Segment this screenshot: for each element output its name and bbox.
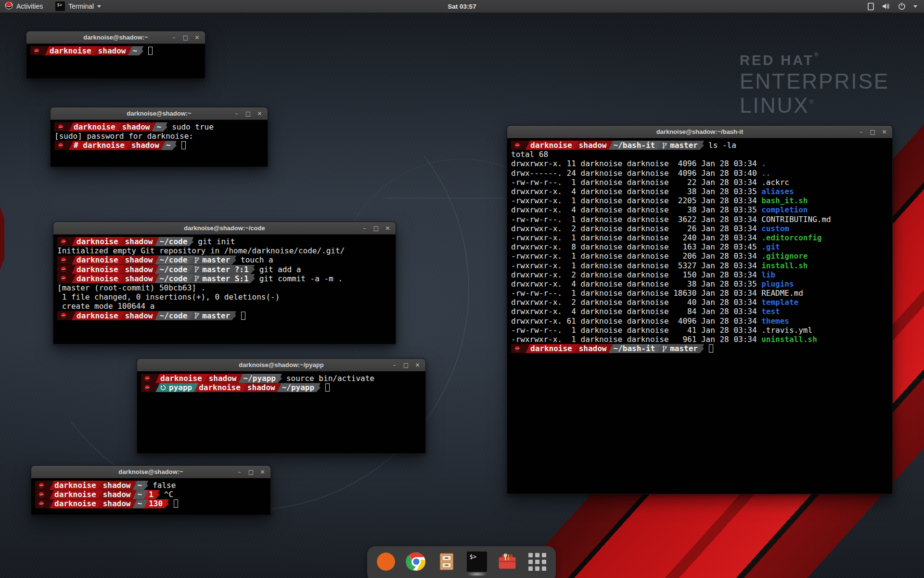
dock-item-toolbox[interactable]	[496, 551, 518, 573]
minimize-button[interactable]: –	[236, 466, 243, 478]
command-text: sudo true	[172, 122, 214, 131]
close-button[interactable]: ✕	[193, 31, 201, 44]
maximize-button[interactable]: □	[247, 466, 255, 478]
command-text: git add a	[259, 265, 301, 274]
minimize-button[interactable]: –	[170, 31, 178, 44]
ls-row-meta: -rw-rw-r--. 1 darknoise darknoise 3622 J…	[511, 215, 761, 224]
output-text: total 68	[511, 150, 548, 159]
app-menu-label: Terminal	[68, 2, 94, 10]
dock-item-firefox[interactable]	[375, 551, 397, 573]
titlebar[interactable]: darknoise@shadow:~/bash-it–□✕	[507, 126, 892, 138]
ls-row-meta: -rw-rw-r--. 1 darknoise darknoise 18630 …	[511, 289, 761, 298]
prompt-segment-darknoise: darknoise	[194, 383, 247, 392]
clock[interactable]: Sat 03:57	[448, 3, 476, 10]
minimize-button[interactable]: –	[858, 126, 865, 138]
battery-icon[interactable]	[868, 2, 874, 11]
prompt-segment-shadow: shadow	[98, 481, 137, 490]
maximize-button[interactable]: □	[372, 222, 380, 235]
terminal-line: [sudo] password for darknoise:	[54, 131, 264, 141]
branch-icon	[194, 266, 199, 273]
maximize-button[interactable]: □	[869, 126, 876, 138]
ls-row-meta: -rwxrwxr-x. 1 darknoise darknoise 240 Ja…	[511, 233, 761, 242]
ls-row-name: bash_it.sh	[761, 196, 808, 205]
dock: $>	[367, 546, 556, 578]
branch-icon	[662, 142, 667, 149]
ls-row: drwxrwxr-x. 4 darknoise darknoise 84 Jan…	[511, 307, 888, 316]
wallpaper-line	[385, 198, 511, 198]
rhel-logo: RED HAT® ENTERPRISE LINUX®	[740, 51, 889, 118]
redhat-icon	[5, 1, 13, 11]
prompt-segment--code: ~/code	[155, 255, 194, 264]
maximize-button[interactable]: □	[182, 31, 189, 44]
terminal-line: create mode 100644 a	[57, 302, 392, 311]
branch-icon	[662, 345, 667, 352]
terminal-content[interactable]: darknoiseshadow~/pyappsource bin/activat…	[137, 371, 425, 394]
titlebar[interactable]: darknoise@shadow:~/pyapp–□✕	[137, 359, 425, 371]
titlebar[interactable]: darknoise@shadow:~–□✕	[26, 31, 205, 44]
terminal-window-exitcodes: darknoise@shadow:~–□✕darknoiseshadow~fal…	[31, 465, 271, 515]
ls-row-meta: drwxrwxr-x. 4 darknoise darknoise 38 Jan…	[511, 187, 761, 196]
maximize-button[interactable]: □	[402, 359, 410, 371]
terminal-window-sudo: darknoise@shadow:~–□✕darknoiseshadow~sud…	[50, 107, 268, 167]
output-text: 1 file changed, 0 insertions(+), 0 delet…	[57, 292, 280, 302]
close-button[interactable]: ✕	[259, 466, 266, 478]
command-text: touch a	[241, 255, 273, 264]
terminal-line: total 68	[511, 150, 888, 159]
ls-row-name: themes	[761, 316, 789, 326]
ls-row: -rwxrwxr-x. 1 darknoise darknoise 961 Ja…	[511, 335, 888, 344]
terminal-content[interactable]: darknoiseshadow~/codegit initInitialized…	[53, 235, 396, 322]
prompt-segment-shadow: shadow	[574, 344, 613, 353]
ls-row-meta: -rw-rw-r--. 1 darknoise darknoise 22 Jan…	[511, 178, 761, 187]
close-button[interactable]: ✕	[384, 222, 391, 235]
ls-row-meta: drwxrwxr-x. 8 darknoise darknoise 163 Ja…	[511, 242, 761, 251]
titlebar[interactable]: darknoise@shadow:~–□✕	[31, 466, 270, 478]
power-icon[interactable]	[898, 2, 906, 10]
close-button[interactable]: ✕	[256, 107, 263, 120]
minimize-button[interactable]: –	[233, 107, 240, 120]
prompt-segment-shadow: shadow	[120, 274, 159, 283]
chevron-down-icon[interactable]	[913, 5, 917, 8]
terminal-content[interactable]: darknoiseshadow~sudo true[sudo] password…	[51, 120, 268, 152]
redhat-icon	[33, 48, 40, 54]
titlebar[interactable]: darknoise@shadow:~/code–□✕	[53, 222, 396, 235]
command-text: git commit -a -m .	[259, 274, 343, 283]
dock-item-chrome[interactable]	[405, 551, 427, 573]
terminal-cursor	[709, 344, 713, 353]
prompt-segment-shadow: shadow	[120, 311, 159, 320]
volume-icon[interactable]	[882, 2, 890, 10]
dock-item-app-grid[interactable]	[526, 551, 549, 573]
terminal-line: [master (root-commit) 50bcb63] .	[57, 283, 392, 292]
maximize-button[interactable]: □	[244, 107, 252, 120]
venv-icon	[160, 385, 166, 391]
prompt-segment-shadow: shadow	[204, 374, 243, 383]
command-text: ^C	[164, 490, 173, 499]
ls-row-name: .ackrc	[761, 178, 789, 187]
redhat-icon	[60, 238, 67, 245]
activities-button[interactable]: Activities	[4, 0, 48, 13]
branch-icon	[194, 275, 199, 282]
ls-row-meta: -rwxrwxr-x. 1 darknoise darknoise 2205 J…	[511, 196, 761, 205]
minimize-button[interactable]: –	[391, 359, 398, 371]
branch-icon	[194, 312, 199, 319]
minimize-button[interactable]: –	[361, 222, 368, 235]
redhat-icon	[38, 482, 45, 489]
titlebar[interactable]: darknoise@shadow:~–□✕	[51, 107, 268, 120]
terminal-cursor	[325, 383, 330, 392]
redhat-icon	[38, 500, 45, 507]
app-menu-terminal[interactable]: $> Terminal	[51, 0, 106, 13]
ls-row-name: ..	[761, 169, 770, 178]
dock-item-files[interactable]	[436, 551, 458, 573]
prompt-segment-darknoise: darknoise	[526, 141, 578, 150]
terminal-content[interactable]: darknoiseshadow~/bash-itmasterls -latota…	[507, 138, 892, 355]
terminal-content[interactable]: darknoiseshadow~	[26, 44, 205, 57]
prompt-segment-darknoise: darknoise	[526, 344, 578, 353]
terminal-content[interactable]: darknoiseshadow~falsedarknoiseshadow~1^C…	[31, 478, 270, 511]
window-controls: –□✕	[236, 466, 270, 478]
close-button[interactable]: ✕	[881, 126, 888, 138]
redhat-icon	[144, 384, 151, 391]
close-button[interactable]: ✕	[414, 359, 421, 371]
dock-item-terminal[interactable]: $>	[466, 551, 488, 573]
ls-row-meta: drwxrwxr-x. 4 darknoise darknoise 84 Jan…	[511, 307, 761, 316]
branch-icon	[194, 257, 199, 263]
prompt-segment--code: ~/code	[155, 311, 194, 320]
